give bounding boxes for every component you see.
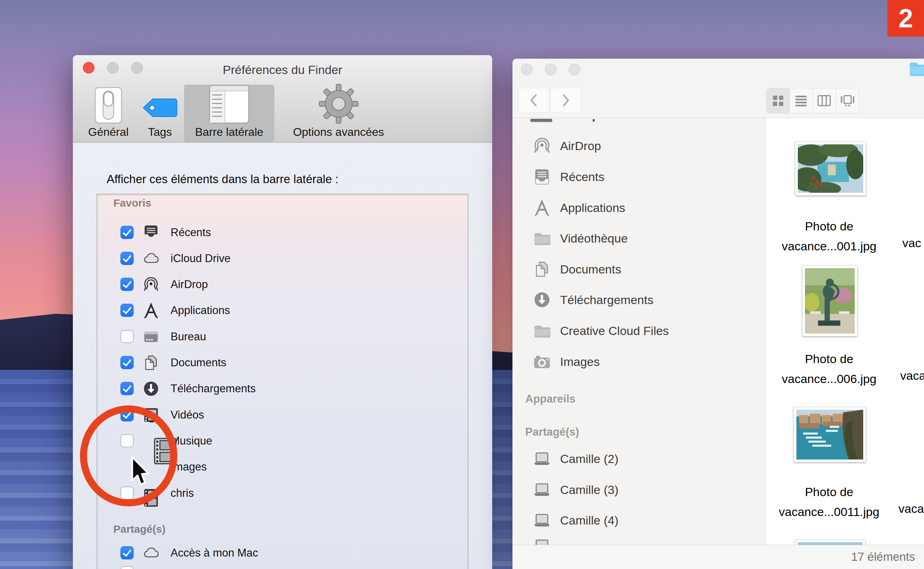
sidebar-item-downloads[interactable]: Téléchargements	[513, 284, 766, 315]
list-item-icloud-drive[interactable]: iCloud Drive	[97, 245, 468, 271]
item-label: Vidéos	[171, 409, 204, 421]
sidebar-item-documents[interactable]: Documents	[513, 254, 766, 284]
item-label: Applications	[560, 201, 625, 215]
view-list-button[interactable]	[790, 88, 813, 113]
item-label: Applications	[171, 304, 230, 317]
back-button[interactable]	[518, 88, 549, 113]
tab-general[interactable]: Général	[80, 85, 137, 140]
item-label: Documents	[171, 356, 226, 369]
file-name[interactable]: Photo de vacance...006.jpg	[776, 349, 882, 389]
item-label: Camille (3)	[560, 483, 618, 497]
tab-advanced[interactable]: Options avancées	[277, 85, 400, 140]
documents-icon	[533, 260, 551, 278]
item-label: chris	[171, 487, 194, 500]
desktop-icon	[143, 329, 159, 345]
sidebar-item-camille-3[interactable]: Camille (3)	[513, 475, 766, 505]
tab-label: Barre latérale	[195, 126, 263, 139]
list-item-downloads[interactable]: Téléchargements	[97, 376, 468, 402]
sidebar-item-applications[interactable]: Applications	[513, 192, 766, 223]
list-item-recents[interactable]: Récents	[97, 219, 468, 245]
minimize-button[interactable]	[107, 62, 119, 74]
view-grid-button[interactable]	[766, 88, 790, 113]
finder-window: AirDrop Récents Application	[513, 59, 924, 569]
cloud-icon	[143, 545, 159, 561]
view-gallery-button[interactable]	[836, 88, 859, 113]
applications-icon	[533, 199, 551, 217]
sidebar-item-pictures[interactable]: Images	[513, 346, 766, 377]
sidebar-item-video-library[interactable]: Vidéothèque	[513, 223, 766, 254]
laptop-icon	[533, 481, 551, 499]
item-label: Camille (2)	[560, 452, 618, 466]
file-name-cut[interactable]: vaca	[900, 369, 924, 383]
checkbox-checked[interactable]	[120, 356, 134, 369]
tab-tags[interactable]: Tags	[137, 85, 183, 140]
item-label: Images	[560, 355, 600, 369]
list-item-back-to-my-mac[interactable]: Accès à mon Mac	[97, 540, 468, 566]
checkbox-checked[interactable]	[120, 546, 134, 559]
list-item-documents[interactable]: Documents	[97, 350, 468, 376]
zoom-button[interactable]	[569, 64, 580, 75]
light-switch-icon	[94, 87, 123, 126]
scrolled-item-dot	[593, 119, 595, 122]
tab-sidebar[interactable]: Barre latérale	[184, 85, 275, 140]
minimize-button[interactable]	[545, 64, 557, 75]
tab-label: Options avancées	[293, 126, 384, 139]
annotation-circle	[80, 405, 178, 507]
checkbox-checked[interactable]	[120, 278, 134, 291]
tab-label: Général	[88, 126, 129, 139]
checkbox-checked[interactable]	[120, 382, 134, 395]
recents-icon	[533, 168, 551, 186]
photo-thumbnail[interactable]	[802, 265, 857, 336]
grid-view-icon	[772, 94, 784, 107]
checkbox-checked[interactable]	[120, 226, 134, 239]
photo-thumbnail-partial[interactable]	[795, 540, 865, 545]
close-button[interactable]	[83, 62, 94, 74]
sidebar-item-recents[interactable]: Récents	[513, 161, 766, 192]
close-button[interactable]	[521, 64, 533, 75]
item-label: AirDrop	[560, 139, 601, 153]
file-name[interactable]: Photo de vacance...001.jpg	[776, 216, 882, 256]
sidebar-item-creative-cloud-files[interactable]: Creative Cloud Files	[513, 315, 766, 346]
gallery-view-icon	[841, 94, 855, 107]
list-item-airdrop[interactable]: AirDrop	[97, 271, 468, 297]
file-name[interactable]: Photo de vacance...0011.jpg	[776, 482, 882, 522]
view-mode-control	[766, 88, 859, 113]
list-item-desktop[interactable]: Bureau	[97, 324, 468, 350]
finder-titlebar	[513, 59, 924, 118]
photo-thumbnail[interactable]	[794, 407, 866, 462]
sidebar-items-list: Favoris Récents	[97, 194, 469, 569]
checkbox-checked[interactable]	[120, 304, 134, 317]
camera-icon	[533, 353, 551, 371]
item-label: Bureau	[171, 330, 206, 343]
cloud-icon	[143, 251, 159, 266]
file-name-cut[interactable]: vaca	[898, 502, 924, 516]
tab-label: Tags	[148, 126, 172, 139]
zoom-button[interactable]	[131, 62, 143, 74]
columns-view-icon	[818, 94, 831, 107]
checkbox-checked[interactable]	[120, 252, 134, 265]
download-icon	[533, 291, 551, 309]
list-item-applications[interactable]: Applications	[97, 297, 468, 323]
view-columns-button[interactable]	[813, 88, 836, 113]
scrolled-item-sliver	[530, 119, 552, 122]
item-label: Accès à mon Mac	[171, 546, 258, 559]
checkbox-partial[interactable]	[120, 566, 134, 569]
documents-icon	[143, 355, 159, 371]
laptop-icon	[533, 511, 551, 529]
checkbox-unchecked[interactable]	[120, 330, 134, 343]
sidebar-item-airdrop[interactable]: AirDrop	[513, 131, 766, 161]
folder-proxy-icon[interactable]	[909, 61, 924, 78]
folder-icon	[533, 322, 551, 339]
sidebar-item-camille-2[interactable]: Camille (2)	[513, 443, 766, 474]
sidebar-window-icon	[209, 84, 250, 126]
photo-thumbnail[interactable]	[795, 141, 866, 196]
mouse-cursor	[131, 456, 150, 489]
item-label: Téléchargements	[560, 293, 654, 307]
file-name-cut[interactable]: vac	[902, 236, 921, 250]
forward-button[interactable]	[550, 88, 581, 113]
step-badge: 2	[888, 0, 924, 37]
finder-content-area: Photo de vacance...001.jpg vac	[766, 118, 924, 545]
tag-icon	[141, 97, 178, 120]
item-label: Téléchargements	[171, 382, 256, 395]
sidebar-items-heading: Afficher ces éléments dans la barre laté…	[107, 172, 338, 186]
